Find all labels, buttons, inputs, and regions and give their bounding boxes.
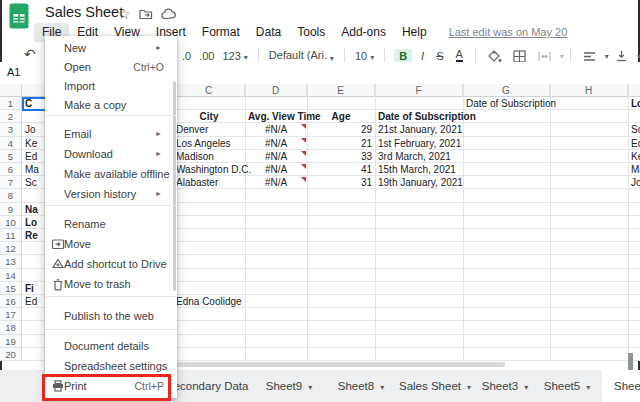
- cell-E3[interactable]: 29: [307, 123, 375, 136]
- chevron-down-icon[interactable]: ▾: [467, 383, 471, 392]
- star-icon[interactable]: ☆: [116, 6, 132, 22]
- cell-A1[interactable]: C: [22, 97, 35, 110]
- chevron-down-icon[interactable]: ▾: [605, 52, 609, 61]
- cell-A5[interactable]: Ed: [22, 150, 40, 163]
- file-menu-item-version-history[interactable]: Version history►: [45, 184, 177, 204]
- cell-A3[interactable]: Jo: [22, 123, 39, 136]
- row-header-13[interactable]: 13: [0, 255, 22, 268]
- cell-C3[interactable]: Denver: [173, 123, 211, 136]
- sheet-tab-shee[interactable]: Shee: [602, 370, 640, 402]
- column-header-F[interactable]: F: [375, 84, 463, 97]
- cell-D6[interactable]: #N/A: [245, 163, 307, 176]
- cell-F7[interactable]: 19th January, 2021: [375, 176, 466, 189]
- strikethrough-button[interactable]: S: [436, 50, 443, 62]
- row-header-1[interactable]: 1: [0, 97, 22, 110]
- cell-E5[interactable]: 33: [307, 150, 375, 163]
- cell-F4[interactable]: 1st February, 2021: [375, 137, 464, 150]
- row-header-15[interactable]: 15: [0, 282, 22, 295]
- cell-A10[interactable]: Lo: [22, 216, 40, 229]
- file-menu-item-spreadsheet-settings[interactable]: Spreadsheet settings: [45, 356, 177, 376]
- text-color-button[interactable]: A: [456, 49, 463, 63]
- column-header-D[interactable]: D: [245, 84, 307, 97]
- grid-corner[interactable]: [0, 84, 22, 97]
- cell-D2[interactable]: Avg. View Time: [245, 110, 307, 123]
- font-family-select[interactable]: Default (Ari…▾: [269, 49, 334, 63]
- undo-icon[interactable]: ↶: [24, 46, 40, 62]
- row-header-10[interactable]: 10: [0, 216, 22, 229]
- row-header-14[interactable]: 14: [0, 269, 22, 282]
- cell-D3[interactable]: #N/A: [245, 123, 307, 136]
- file-menu-item-email[interactable]: Email►: [45, 124, 177, 144]
- row-header-5[interactable]: 5: [0, 150, 22, 163]
- row-header-8[interactable]: 8: [0, 189, 22, 202]
- italic-button[interactable]: I: [421, 50, 424, 62]
- column-header-E[interactable]: E: [307, 84, 375, 97]
- column-header-I[interactable]: I: [628, 84, 640, 97]
- file-menu-item-new[interactable]: New►: [45, 38, 177, 58]
- file-menu-item-import[interactable]: Import: [45, 76, 177, 96]
- decrease-decimal-button[interactable]: .0: [182, 50, 191, 62]
- file-menu-item-move[interactable]: Move: [45, 234, 177, 254]
- row-header-3[interactable]: 3: [0, 123, 22, 136]
- cell-C2[interactable]: City: [173, 110, 245, 123]
- bold-button[interactable]: B: [394, 49, 412, 63]
- cell-A11[interactable]: Re: [22, 229, 41, 242]
- cell-A16[interactable]: Ed: [22, 295, 40, 308]
- column-header-H[interactable]: H: [550, 84, 628, 97]
- increase-decimal-button[interactable]: .00: [199, 50, 214, 62]
- menubar-item-add-ons[interactable]: Add-ons: [333, 23, 394, 42]
- row-header-18[interactable]: 18: [0, 321, 22, 334]
- row-header-7[interactable]: 7: [0, 176, 22, 189]
- chevron-down-icon[interactable]: ▾: [308, 383, 312, 392]
- row-header-19[interactable]: 19: [0, 335, 22, 348]
- chevron-down-icon[interactable]: ▾: [380, 383, 384, 392]
- menubar-item-data[interactable]: Data: [248, 23, 289, 42]
- row-header-4[interactable]: 4: [0, 137, 22, 150]
- row-header-16[interactable]: 16: [0, 295, 22, 308]
- menubar-item-tools[interactable]: Tools: [289, 23, 333, 42]
- cell-F6[interactable]: 15th March, 2021: [375, 163, 459, 176]
- sheet-tab-secondary-data[interactable]: Secondary Data▾: [166, 370, 254, 402]
- document-title[interactable]: Sales Sheet: [45, 4, 123, 20]
- cell-G1[interactable]: Date of Subscription: [463, 97, 559, 110]
- number-format-button[interactable]: 123▾: [222, 50, 247, 62]
- file-menu-item-publish-to-the-web[interactable]: Publish to the web: [45, 306, 177, 326]
- row-header-9[interactable]: 9: [0, 203, 22, 216]
- file-menu-item-add-shortcut-to-drive[interactable]: Add shortcut to Drive: [45, 254, 177, 274]
- cell-I7[interactable]: Joh: [628, 176, 640, 189]
- sheet-tab-sheet3[interactable]: Sheet3▾: [476, 370, 534, 402]
- cell-F3[interactable]: 21st January, 2021: [375, 123, 465, 136]
- cell-E4[interactable]: 21: [307, 137, 375, 150]
- cell-E6[interactable]: 41: [307, 163, 375, 176]
- chevron-down-icon[interactable]: ▾: [560, 52, 564, 61]
- cell-I1[interactable]: Lo: [628, 97, 640, 110]
- cell-D5[interactable]: #N/A: [245, 150, 307, 163]
- row-header-2[interactable]: 2: [0, 110, 22, 123]
- cell-I3[interactable]: Sco: [628, 123, 640, 136]
- row-header-20[interactable]: 20: [0, 348, 22, 361]
- file-menu-item-print[interactable]: PrintCtrl+P: [45, 376, 177, 396]
- row-header-17[interactable]: 17: [0, 308, 22, 321]
- cell-C6[interactable]: Washington D.C.: [173, 163, 254, 176]
- menubar-item-help[interactable]: Help: [394, 23, 435, 42]
- cell-C16[interactable]: Edna Coolidge: [173, 295, 245, 308]
- cell-C5[interactable]: Madison: [173, 150, 217, 163]
- cell-I4[interactable]: Edi: [628, 137, 640, 150]
- column-header-C[interactable]: C: [173, 84, 245, 97]
- cell-A7[interactable]: Sc: [22, 176, 40, 189]
- cell-A15[interactable]: Fi: [22, 282, 37, 295]
- cell-E2[interactable]: Age: [307, 110, 375, 123]
- file-menu-item-make-a-copy[interactable]: Make a copy: [45, 95, 177, 115]
- cell-D4[interactable]: #N/A: [245, 137, 307, 150]
- sheet-tab-sales-sheet[interactable]: Sales Sheet▾: [396, 370, 474, 402]
- cell-A9[interactable]: Na: [22, 203, 41, 216]
- file-menu-item-open[interactable]: OpenCtrl+O: [45, 57, 177, 77]
- row-header-11[interactable]: 11: [0, 229, 22, 242]
- file-menu-item-rename[interactable]: Rename: [45, 214, 177, 234]
- font-size-select[interactable]: 10▾: [355, 50, 374, 62]
- chevron-down-icon[interactable]: ▾: [586, 383, 590, 392]
- row-header-12[interactable]: 12: [0, 242, 22, 255]
- vertical-scrollbar[interactable]: [628, 353, 633, 371]
- last-edit-link[interactable]: Last edit was on May 20: [449, 26, 568, 38]
- file-menu-item-make-available-offline[interactable]: Make available offline: [45, 164, 177, 184]
